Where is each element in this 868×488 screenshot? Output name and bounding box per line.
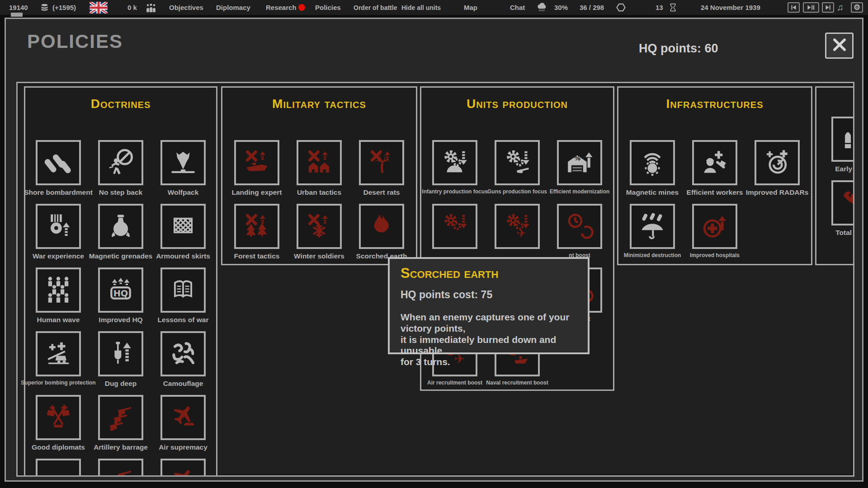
menu-hide-all-units[interactable]: Hide all units — [401, 0, 441, 15]
close-icon — [831, 36, 848, 55]
panel-title-units-production: Units production — [421, 97, 613, 111]
policy-button[interactable] — [359, 204, 404, 249]
mesh-icon — [169, 211, 197, 241]
policy-button[interactable] — [160, 459, 206, 477]
policy-button[interactable] — [432, 140, 477, 185]
policy-button[interactable] — [755, 140, 800, 185]
panel-military-tactics: Military tactics Landing expertUrban tac… — [221, 86, 417, 265]
policy-slot: Magnetic grenades — [90, 204, 152, 267]
svg-text:%: % — [574, 155, 580, 162]
artillery-icon — [107, 466, 135, 477]
policy-button[interactable] — [234, 204, 279, 249]
policy-button[interactable] — [36, 459, 81, 477]
policy-button[interactable] — [557, 204, 602, 249]
policy-label: No step back — [99, 188, 142, 197]
skip-back-button[interactable] — [788, 0, 800, 15]
research-alert-dot — [298, 0, 305, 15]
policy-label: Superior bombing protection — [21, 380, 95, 386]
policy-button[interactable] — [160, 267, 206, 313]
policy-button[interactable] — [495, 140, 540, 185]
open-book-icon — [169, 275, 197, 305]
policy-button[interactable] — [692, 140, 737, 185]
policy-slot: No step back — [90, 140, 152, 204]
policy-button[interactable] — [160, 395, 206, 440]
policy-button[interactable] — [98, 459, 143, 477]
policy-button[interactable] — [98, 204, 143, 249]
mine-waves-icon — [638, 148, 666, 178]
policy-button[interactable] — [98, 331, 143, 376]
no-entry-runner-icon — [107, 148, 135, 178]
hexagon-icon — [616, 0, 626, 15]
policy-slot: Air supremacy — [152, 395, 214, 459]
menu-research[interactable]: Research — [266, 0, 297, 15]
tank-icon — [44, 466, 72, 477]
menu-objectives[interactable]: Objectives — [169, 0, 203, 15]
policy-slot: Early mobil — [823, 117, 854, 180]
music-note-button[interactable]: ♫ — [837, 0, 844, 15]
policy-button[interactable] — [297, 204, 342, 249]
policy-slot: Shore bombardment — [27, 140, 90, 204]
policy-label: Lessons of war — [158, 316, 209, 324]
policy-label: Landing expert — [231, 188, 282, 197]
skip-forward-button[interactable] — [822, 0, 834, 15]
panel-doctrines: Doctrines Shore bombardmentNo step backW… — [24, 86, 217, 477]
policy-button[interactable] — [160, 204, 206, 249]
policy-button[interactable] — [36, 331, 81, 376]
policy-label: Desert rats — [363, 188, 400, 197]
money-delta: (+1595) — [52, 0, 76, 15]
policy-slot — [152, 459, 214, 477]
policy-button[interactable] — [160, 140, 206, 185]
units-count: 36 / 298 — [580, 0, 604, 15]
policy-button[interactable] — [36, 395, 81, 440]
policy-slot: Camouflage — [152, 331, 214, 395]
garage-up-icon: % — [566, 148, 594, 178]
menu-chat[interactable]: Chat — [510, 0, 525, 15]
policy-label: Magnetic mines — [626, 188, 679, 197]
policy-slot: Improved hospitals — [684, 204, 746, 267]
menu-policies[interactable]: Policies — [315, 0, 341, 15]
menu-diplomacy[interactable]: Diplomacy — [216, 0, 250, 15]
policy-button[interactable]: HQ — [98, 267, 143, 313]
policy-button[interactable] — [432, 204, 477, 249]
turn-number: 13 — [656, 0, 663, 15]
close-button[interactable] — [825, 33, 854, 59]
policy-button[interactable] — [36, 140, 81, 185]
bombs-umbrella-icon — [638, 211, 666, 241]
policy-button[interactable] — [630, 204, 675, 249]
policy-slot: Guns production focus — [486, 140, 548, 204]
coins-icon — [40, 0, 49, 15]
policy-button[interactable] — [831, 117, 854, 162]
policy-label: Armoured skirts — [156, 252, 210, 260]
policy-label: Efficient workers — [687, 188, 743, 197]
policy-button[interactable] — [98, 395, 143, 440]
policy-button[interactable] — [692, 204, 737, 249]
policy-button[interactable] — [630, 140, 675, 185]
policy-button[interactable]: ✈ — [495, 204, 540, 249]
policy-button[interactable] — [831, 180, 854, 225]
menu-map[interactable]: Map — [464, 0, 477, 15]
panel-mobilization: Early mobilTotal mobil — [815, 86, 854, 265]
policy-button[interactable] — [359, 140, 404, 185]
policy-slot: Efficient workers — [684, 140, 746, 204]
policy-slot: Minimized destruction — [621, 204, 684, 267]
gears-down-gun-icon — [503, 148, 531, 178]
policy-button[interactable] — [160, 331, 206, 376]
policy-slot: Wolfpack — [152, 140, 214, 204]
policy-button[interactable] — [36, 204, 81, 249]
policy-button[interactable] — [297, 140, 342, 185]
camo-icon — [169, 339, 197, 369]
play-pause-button[interactable] — [803, 0, 819, 15]
hq-points-value: HQ points: 60 — [639, 42, 718, 56]
policies-window: POLICIES HQ points: 60 Doctrines Shore b… — [5, 18, 863, 482]
menu-order-of-battle[interactable]: Order of battle — [354, 0, 397, 15]
policy-label: Human wave — [37, 316, 80, 324]
tooltip-title: Scorched earth — [401, 265, 577, 282]
policy-button[interactable]: % — [557, 140, 602, 185]
svg-text:✈: ✈ — [516, 226, 526, 239]
policy-button[interactable] — [36, 267, 81, 313]
settings-gear-button[interactable]: ⚙ — [851, 0, 863, 15]
policy-slot — [27, 459, 90, 477]
policy-button[interactable] — [98, 140, 143, 185]
plane-cloud-icon — [169, 466, 197, 477]
policy-button[interactable] — [234, 140, 279, 185]
